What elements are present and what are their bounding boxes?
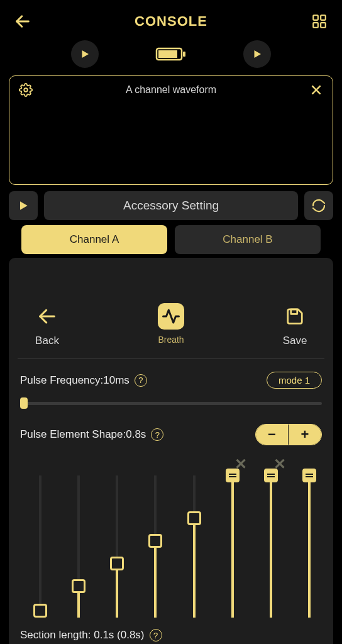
play-main-button[interactable] xyxy=(9,191,38,220)
pulse-frequency-label: Pulse Frequency:10ms xyxy=(20,374,130,387)
svg-rect-7 xyxy=(183,52,185,57)
back-arrow-icon[interactable] xyxy=(13,11,33,31)
slider-thumb[interactable] xyxy=(264,469,278,482)
help-icon[interactable]: ? xyxy=(151,428,163,441)
play-left-button[interactable] xyxy=(71,40,99,68)
slider-thumb[interactable] xyxy=(302,469,316,482)
shape-slider[interactable] xyxy=(105,475,130,618)
svg-point-10 xyxy=(24,88,28,92)
breath-mode-button[interactable]: Breath xyxy=(158,303,184,345)
svg-rect-2 xyxy=(321,15,326,20)
mode-selector[interactable]: mode 1 xyxy=(267,372,322,389)
svg-marker-5 xyxy=(82,50,89,58)
shape-slider[interactable] xyxy=(66,475,91,618)
plus-minus-stepper: − + xyxy=(255,424,322,445)
main-panel: Back Breath Save Pulse Frequency:10ms ? … xyxy=(9,258,333,644)
battery-icon xyxy=(155,46,187,62)
back-label: Back xyxy=(35,335,59,347)
shape-slider[interactable] xyxy=(28,475,52,618)
breath-label: Breath xyxy=(158,335,184,345)
svg-rect-4 xyxy=(321,23,326,28)
slider-thumb[interactable] xyxy=(148,534,162,548)
shape-slider[interactable] xyxy=(143,475,168,618)
plus-button[interactable]: + xyxy=(289,425,321,445)
slider-thumb[interactable] xyxy=(72,579,86,593)
page-title: CONSOLE xyxy=(135,13,207,30)
pulse-frequency-slider[interactable] xyxy=(20,397,322,409)
tab-channel-a[interactable]: Channel A xyxy=(21,225,167,254)
gear-icon[interactable] xyxy=(18,82,33,97)
waveform-icon xyxy=(158,303,184,330)
close-icon[interactable] xyxy=(309,82,324,97)
save-label: Save xyxy=(283,335,307,347)
minus-button[interactable]: − xyxy=(256,425,289,445)
help-icon[interactable]: ? xyxy=(150,629,162,641)
grid-icon[interactable] xyxy=(309,11,329,31)
shape-slider[interactable] xyxy=(182,475,206,618)
svg-marker-13 xyxy=(20,201,28,209)
shape-slider[interactable] xyxy=(259,475,284,618)
arrow-left-icon xyxy=(34,303,60,330)
waveform-panel: A channel waveform xyxy=(9,75,333,185)
waveform-title: A channel waveform xyxy=(33,84,309,96)
save-button[interactable]: Save xyxy=(282,303,308,347)
play-right-button[interactable] xyxy=(243,40,271,68)
refresh-icon[interactable] xyxy=(304,191,333,220)
slider-thumb[interactable] xyxy=(110,557,124,570)
shape-slider[interactable] xyxy=(220,475,245,618)
svg-rect-15 xyxy=(291,309,297,314)
svg-rect-8 xyxy=(158,50,177,58)
svg-rect-1 xyxy=(313,15,318,20)
svg-marker-9 xyxy=(255,50,262,58)
section-length-label: Section length: 0.1s (0.8s) xyxy=(20,629,145,641)
pulse-shape-label: Pulse Element Shape:0.8s xyxy=(20,428,146,441)
accessory-setting-button[interactable]: Accessory Setting xyxy=(44,191,298,220)
back-button[interactable]: Back xyxy=(34,303,60,347)
tab-channel-b[interactable]: Channel B xyxy=(175,225,321,254)
help-icon[interactable]: ? xyxy=(135,374,147,387)
svg-rect-3 xyxy=(313,23,318,28)
save-icon xyxy=(282,303,308,330)
slider-thumb[interactable] xyxy=(20,397,28,409)
slider-thumb[interactable] xyxy=(33,604,47,618)
slider-thumb[interactable] xyxy=(226,469,240,482)
shape-slider[interactable] xyxy=(297,475,322,618)
slider-thumb[interactable] xyxy=(187,511,201,525)
